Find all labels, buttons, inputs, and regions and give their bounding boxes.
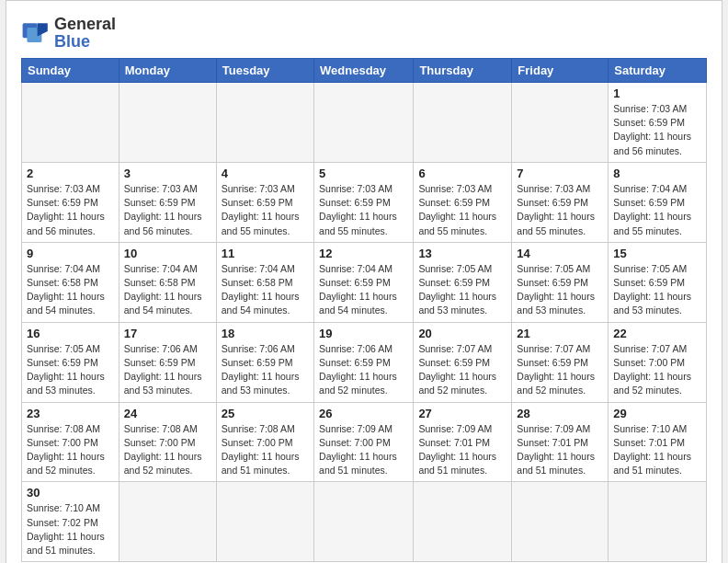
calendar-cell: 26Sunrise: 7:09 AMSunset: 7:00 PMDayligh… [314,402,414,482]
sunrise-text: Sunrise: 7:07 AM [418,342,506,356]
day-info: Sunrise: 7:07 AMSunset: 7:00 PMDaylight:… [613,342,701,398]
calendar-cell: 24Sunrise: 7:08 AMSunset: 7:00 PMDayligh… [119,402,216,482]
daylight-text: Daylight: 11 hours and 53 minutes. [124,370,211,397]
sunset-text: Sunset: 7:01 PM [613,436,701,450]
daylight-text: Daylight: 11 hours and 53 minutes. [418,290,506,317]
day-info: Sunrise: 7:03 AMSunset: 6:59 PMDaylight:… [27,182,114,238]
calendar-cell: 27Sunrise: 7:09 AMSunset: 7:01 PMDayligh… [414,402,512,482]
sunrise-text: Sunrise: 7:08 AM [27,422,114,436]
day-number: 30 [27,486,114,500]
sunset-text: Sunset: 6:58 PM [124,276,211,290]
sunset-text: Sunset: 6:59 PM [418,356,506,370]
daylight-text: Daylight: 11 hours and 52 minutes. [319,370,408,397]
calendar-cell: 2Sunrise: 7:03 AMSunset: 6:59 PMDaylight… [22,162,119,242]
day-number: 19 [319,327,408,340]
daylight-text: Daylight: 11 hours and 55 minutes. [418,210,506,237]
sunset-text: Sunset: 6:59 PM [418,196,506,210]
sunset-text: Sunset: 7:00 PM [27,436,114,450]
day-number: 26 [319,407,408,420]
sunrise-text: Sunrise: 7:04 AM [613,182,701,196]
day-number: 24 [124,407,211,420]
day-info: Sunrise: 7:04 AMSunset: 6:58 PMDaylight:… [124,262,211,318]
calendar-cell: 20Sunrise: 7:07 AMSunset: 6:59 PMDayligh… [414,322,512,402]
calendar-cell [314,482,414,562]
calendar-cell [512,83,609,163]
day-number: 15 [613,247,701,260]
sunset-text: Sunset: 7:00 PM [613,356,701,370]
calendar-week-5: 30Sunrise: 7:10 AMSunset: 7:02 PMDayligh… [22,482,707,562]
sunset-text: Sunset: 6:59 PM [27,196,114,210]
daylight-text: Daylight: 11 hours and 52 minutes. [27,450,114,477]
sunset-text: Sunset: 6:59 PM [124,196,211,210]
daylight-text: Daylight: 11 hours and 52 minutes. [613,370,701,397]
day-info: Sunrise: 7:06 AMSunset: 6:59 PMDaylight:… [124,342,211,398]
sunrise-text: Sunrise: 7:04 AM [124,262,211,276]
sunrise-text: Sunrise: 7:09 AM [418,422,506,436]
weekday-header-sunday: Sunday [22,59,119,83]
day-info: Sunrise: 7:04 AMSunset: 6:59 PMDaylight:… [319,262,408,318]
calendar-cell [512,482,609,562]
page-header: GeneralBlue [21,16,707,51]
day-number: 20 [418,327,506,340]
calendar-cell: 3Sunrise: 7:03 AMSunset: 6:59 PMDaylight… [119,162,216,242]
daylight-text: Daylight: 11 hours and 55 minutes. [319,210,408,237]
sunset-text: Sunset: 7:01 PM [418,436,506,450]
calendar-week-3: 16Sunrise: 7:05 AMSunset: 6:59 PMDayligh… [22,322,707,402]
day-number: 16 [27,327,114,340]
sunrise-text: Sunrise: 7:06 AM [124,342,211,356]
day-info: Sunrise: 7:05 AMSunset: 6:59 PMDaylight:… [418,262,506,318]
day-info: Sunrise: 7:07 AMSunset: 6:59 PMDaylight:… [517,342,603,398]
day-number: 28 [517,407,603,420]
day-number: 9 [27,247,114,260]
calendar-cell: 12Sunrise: 7:04 AMSunset: 6:59 PMDayligh… [314,242,414,322]
day-number: 21 [517,327,603,340]
daylight-text: Daylight: 11 hours and 55 minutes. [613,210,701,237]
sunrise-text: Sunrise: 7:03 AM [222,182,309,196]
day-info: Sunrise: 7:08 AMSunset: 7:00 PMDaylight:… [222,422,309,478]
sunset-text: Sunset: 7:00 PM [124,436,211,450]
day-number: 6 [418,167,506,180]
sunrise-text: Sunrise: 7:05 AM [613,262,701,276]
weekday-header-saturday: Saturday [609,59,707,83]
calendar-cell: 29Sunrise: 7:10 AMSunset: 7:01 PMDayligh… [609,402,707,482]
day-info: Sunrise: 7:09 AMSunset: 7:01 PMDaylight:… [517,422,603,478]
day-info: Sunrise: 7:03 AMSunset: 6:59 PMDaylight:… [517,182,603,238]
sunset-text: Sunset: 6:59 PM [517,356,603,370]
day-number: 3 [124,167,211,180]
day-info: Sunrise: 7:07 AMSunset: 6:59 PMDaylight:… [418,342,506,398]
calendar-cell [414,83,512,163]
calendar-cell [314,83,414,163]
day-info: Sunrise: 7:03 AMSunset: 6:59 PMDaylight:… [319,182,408,238]
sunrise-text: Sunrise: 7:05 AM [418,262,506,276]
weekday-header-tuesday: Tuesday [216,59,313,83]
calendar-cell: 23Sunrise: 7:08 AMSunset: 7:00 PMDayligh… [22,402,119,482]
day-number: 10 [124,247,211,260]
sunrise-text: Sunrise: 7:10 AM [27,501,114,515]
day-number: 17 [124,327,211,340]
sunrise-text: Sunrise: 7:04 AM [222,262,309,276]
day-info: Sunrise: 7:09 AMSunset: 7:00 PMDaylight:… [319,422,408,478]
sunrise-text: Sunrise: 7:07 AM [613,342,701,356]
day-number: 8 [613,167,701,180]
calendar-cell: 16Sunrise: 7:05 AMSunset: 6:59 PMDayligh… [22,322,119,402]
day-number: 4 [222,167,309,180]
daylight-text: Daylight: 11 hours and 51 minutes. [319,450,408,477]
sunset-text: Sunset: 6:59 PM [517,196,603,210]
calendar-cell [119,83,216,163]
calendar-week-1: 2Sunrise: 7:03 AMSunset: 6:59 PMDaylight… [22,162,707,242]
day-number: 12 [319,247,408,260]
sunset-text: Sunset: 6:58 PM [27,276,114,290]
sunset-text: Sunset: 6:59 PM [319,356,408,370]
daylight-text: Daylight: 11 hours and 54 minutes. [222,290,309,317]
day-info: Sunrise: 7:05 AMSunset: 6:59 PMDaylight:… [613,262,701,318]
day-info: Sunrise: 7:08 AMSunset: 7:00 PMDaylight:… [27,422,114,478]
sunset-text: Sunset: 6:59 PM [124,356,211,370]
sunset-text: Sunset: 6:58 PM [222,276,309,290]
calendar-week-4: 23Sunrise: 7:08 AMSunset: 7:00 PMDayligh… [22,402,707,482]
calendar-cell: 18Sunrise: 7:06 AMSunset: 6:59 PMDayligh… [216,322,313,402]
sunrise-text: Sunrise: 7:05 AM [27,342,114,356]
calendar-table: SundayMondayTuesdayWednesdayThursdayFrid… [21,58,707,562]
sunrise-text: Sunrise: 7:03 AM [517,182,603,196]
sunrise-text: Sunrise: 7:04 AM [319,262,408,276]
day-info: Sunrise: 7:04 AMSunset: 6:59 PMDaylight:… [613,182,701,238]
